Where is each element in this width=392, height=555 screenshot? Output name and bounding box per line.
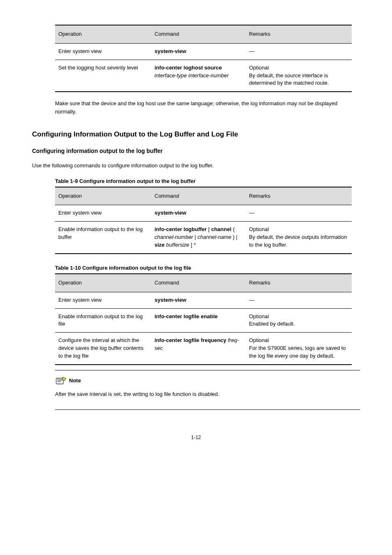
table-cell: — [246,44,352,60]
table-caption: Table 1-10 Configure information output … [55,265,360,271]
table-cell: Enter system view [55,205,151,222]
note-text: After the save interval is set, the writ… [55,390,360,398]
note-block: Note After the save interval is set, the… [55,370,360,410]
table-header-cell: Operation [55,187,151,206]
table-header-cell: Command [151,187,246,206]
table-cell: system-view [151,205,246,222]
table-cell: Optional By default, the device outputs … [246,222,352,254]
page-number: 1-12 [32,435,360,440]
table-cell: info-center loghost source interface-typ… [151,60,246,92]
table-header-cell: Command [151,25,246,44]
heading-level-2: Configuring Information Output to the Lo… [32,130,360,139]
table-cell: Enter system view [55,44,151,60]
paragraph: Make sure that the device and the log ho… [55,99,360,116]
heading-level-3: Configuring information output to the lo… [32,148,360,154]
table-cell: — [246,205,352,222]
table-cell: Enter system view [55,292,151,309]
table-cell: Optional For the S7900E series, logs are… [246,333,352,365]
table-header-cell: Remarks [246,273,352,292]
table-header-cell: Remarks [246,25,352,44]
table-cell: Enable information output to the log fil… [55,309,151,333]
table-cell: Optional Enabled by default. [246,309,352,333]
table-cell: info-center logbuffer [ channel { channe… [151,222,246,254]
table-cell: info-center logfile frequency freq-sec [151,333,246,365]
table-cell: Configure the interval at which the devi… [55,333,151,365]
note-label: Note [69,377,81,384]
table-cell: system-view [151,292,246,309]
table-cell: Set the logging host severity level [55,60,151,92]
table-header-cell: Operation [55,25,151,44]
table-caption: Table 1-9 Configure information output t… [55,178,360,184]
table-header-cell: Operation [55,273,151,292]
table-header-cell: Command [151,273,246,292]
table-header-cell: Remarks [246,187,352,206]
table-cell: — [246,292,352,309]
note-icon [55,376,67,385]
paragraph: Use the following commands to configure … [32,162,360,170]
table-cell: Enable information output to the log buf… [55,222,151,254]
table-cell: Optional By default, the source interfac… [246,60,352,92]
table-cell: info-center logfile enable [151,309,246,333]
table-cell: system-view [151,44,246,60]
